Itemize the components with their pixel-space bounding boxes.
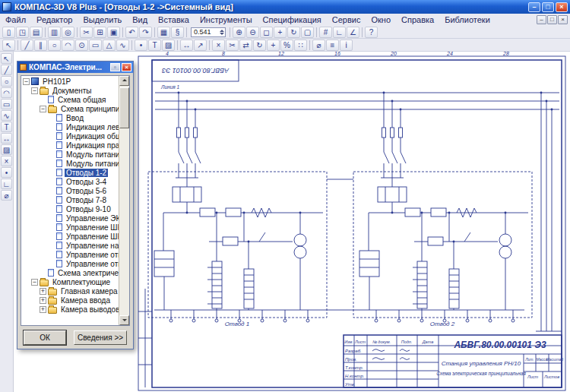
palette-dock-button[interactable]: ▫ (110, 63, 120, 71)
tree-item-9[interactable]: Модуль питания2 (21, 159, 119, 168)
variables-button[interactable]: § (171, 27, 184, 38)
layers-button[interactable]: ≡ (326, 40, 339, 51)
info-button[interactable]: i (340, 40, 353, 51)
point-button[interactable]: • (135, 40, 147, 51)
circle-button[interactable]: ○ (48, 40, 61, 51)
menu-item-0[interactable]: Файл (0, 14, 31, 25)
zoom-spinner[interactable] (220, 30, 224, 35)
text-button[interactable]: T (148, 40, 161, 51)
menu-item-7[interactable]: Сервис (327, 14, 366, 25)
redo-button[interactable]: ↷ (139, 27, 152, 38)
ortho-tool-button[interactable]: ∟ (1, 179, 12, 189)
collapse-icon[interactable]: − (23, 78, 30, 85)
polygon-button[interactable]: △ (103, 40, 116, 51)
details-button[interactable]: Сведения >> (74, 330, 127, 345)
tree-item-5[interactable]: Индикация лев. (21, 122, 119, 131)
dimension-tool-button[interactable]: ↔ (1, 133, 12, 144)
tree-item-11[interactable]: Отводы 3-4 (21, 177, 119, 186)
tree-item-17[interactable]: Управление ШК 2 (21, 232, 119, 241)
expand-icon[interactable]: + (40, 306, 46, 313)
tree-item-6[interactable]: Индикация общая (21, 131, 119, 141)
tree-item-15[interactable]: Управление ЭК (21, 213, 119, 223)
tree-item-25[interactable]: +Камера выводов (21, 305, 119, 314)
save-button[interactable]: ▤ (30, 27, 43, 38)
pan-button[interactable]: + (274, 27, 287, 38)
tree-item-1[interactable]: −Документы (21, 86, 119, 95)
palette-window[interactable]: КОМПАС-Электри... ▫ × −РН101Р−ДокументыС… (17, 61, 134, 349)
tree-item-7[interactable]: Индикация прав. (21, 141, 119, 150)
mdi-restore-button[interactable]: □ (547, 15, 557, 24)
tree-item-3[interactable]: −Схема принципиальна (21, 104, 119, 113)
collapse-icon[interactable]: − (31, 279, 38, 286)
mirror-button[interactable]: ⇄ (239, 40, 252, 51)
tree-item-12[interactable]: Отводы 5-6 (21, 186, 119, 195)
ortho-button[interactable]: ∟ (333, 27, 346, 38)
tree-item-20[interactable]: Управление отвод (21, 259, 119, 268)
document-manager-button[interactable]: ▦ (157, 27, 170, 38)
menu-item-4[interactable]: Вставка (153, 14, 195, 25)
rectangle-tool-button[interactable]: ▭ (1, 99, 12, 109)
scroll-down-button[interactable] (119, 315, 129, 325)
zoom-area-button[interactable]: ◻ (260, 27, 273, 38)
line-button[interactable]: ╱ (21, 40, 33, 51)
menu-item-8[interactable]: Окно (366, 14, 396, 25)
tree-item-16[interactable]: Управление ШК (21, 223, 119, 232)
mdi-close-button[interactable]: × (558, 15, 568, 24)
menu-item-9[interactable]: Справка (396, 14, 439, 25)
zoom-combo[interactable]: 0.541 (191, 27, 226, 37)
menu-item-3[interactable]: Вид (127, 14, 153, 25)
preview-button[interactable]: ◎ (62, 27, 74, 38)
show-all-button[interactable]: ▢ (301, 27, 314, 38)
measure-tool-button[interactable]: ⌀ (1, 190, 12, 201)
window-titlebar[interactable]: КОМПАС-3D V8 Plus - [Отводы 1-2 ->Систем… (0, 0, 570, 14)
erase-tool-button[interactable]: × (1, 156, 12, 166)
palette-close-button[interactable]: × (122, 63, 131, 71)
close-button[interactable]: × (556, 2, 568, 12)
parallel-line-button[interactable]: ∥ (34, 40, 47, 51)
cut-button[interactable]: ✂ (80, 27, 93, 38)
erase-button[interactable]: × (212, 40, 225, 51)
tree-item-23[interactable]: +Главная камера (21, 286, 119, 296)
menu-item-10[interactable]: Библиотеки (439, 14, 496, 25)
ok-button[interactable]: ОК (24, 330, 66, 345)
tree-item-22[interactable]: −Комплектующие (21, 277, 119, 286)
circle-tool-button[interactable]: ○ (1, 76, 12, 87)
point-tool-button[interactable]: • (1, 167, 12, 178)
tree-item-14[interactable]: Отводы 9-10 (21, 204, 119, 213)
tree-item-10[interactable]: Отводы 1-2 (21, 168, 119, 177)
rectangle-button[interactable]: ▭ (89, 40, 102, 51)
tree-item-4[interactable]: Ввод (21, 113, 119, 122)
menu-item-6[interactable]: Спецификация (258, 14, 327, 25)
collapse-icon[interactable]: − (31, 87, 38, 94)
undo-button[interactable]: ↶ (125, 27, 138, 38)
rotate-button[interactable]: ↻ (253, 40, 266, 51)
menu-item-1[interactable]: Редактор (31, 14, 78, 25)
tree-item-8[interactable]: Модуль питания (21, 150, 119, 159)
expand-icon[interactable]: + (40, 288, 46, 295)
leader-button[interactable]: ↗ (194, 40, 207, 51)
restore-button[interactable]: □ (542, 2, 554, 12)
arc-button[interactable]: ◠ (62, 40, 74, 51)
expand-icon[interactable]: + (40, 297, 46, 304)
tree-item-19[interactable]: Управление отвод (21, 250, 119, 259)
scroll-up-button[interactable] (119, 76, 129, 86)
hatch-button[interactable]: ▨ (162, 40, 175, 51)
arc-tool-button[interactable]: ◠ (1, 87, 12, 98)
zoom-in-button[interactable]: ⊕ (233, 27, 245, 38)
minimize-button[interactable]: – (528, 2, 540, 12)
help-button[interactable]: ? (365, 27, 378, 38)
tree-item-18[interactable]: Управление насос (21, 241, 119, 250)
hatch-tool-button[interactable]: ▨ (1, 144, 12, 155)
tree-item-2[interactable]: Схема общая (21, 95, 119, 104)
dimension-button[interactable]: ↔ (180, 40, 193, 51)
refresh-button[interactable]: ↻ (287, 27, 300, 38)
menu-item-2[interactable]: Выделить (78, 14, 127, 25)
spline-button[interactable]: ∿ (116, 40, 129, 51)
select-button[interactable]: ↖ (2, 40, 15, 51)
measure-button[interactable]: ⌀ (312, 40, 325, 51)
palette-scrollbar[interactable] (119, 76, 129, 325)
menu-item-5[interactable]: Инструменты (195, 14, 258, 25)
scale-button[interactable]: % (280, 40, 293, 51)
palette-titlebar[interactable]: КОМПАС-Электри... ▫ × (17, 62, 133, 73)
geometry-tool-button[interactable]: ╱ (1, 65, 12, 75)
